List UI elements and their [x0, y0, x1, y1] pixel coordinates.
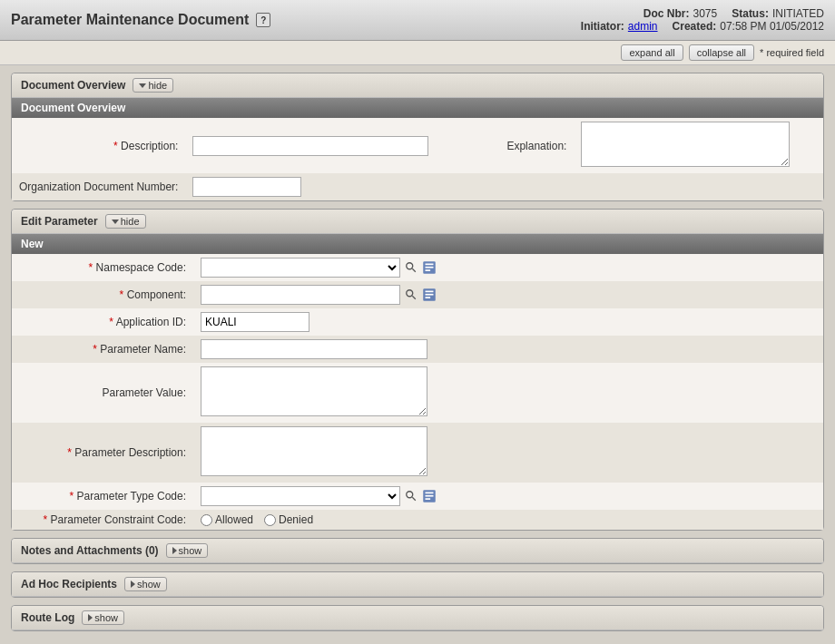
parameter-type-code-cell	[193, 483, 823, 510]
description-cell	[185, 118, 465, 173]
adhoc-header: Ad Hoc Recipients show	[12, 572, 823, 597]
adhoc-title: Ad Hoc Recipients	[21, 578, 117, 590]
hide-label: hide	[148, 80, 167, 91]
route-log-header: Route Log show	[12, 606, 823, 630]
initiator-link[interactable]: admin	[628, 20, 658, 33]
svg-point-0	[407, 263, 413, 269]
namespace-row: Namespace Code:	[12, 254, 823, 281]
edit-parameter-inner-title: New	[12, 234, 823, 254]
parameter-description-cell	[193, 423, 823, 483]
component-input[interactable]	[201, 285, 400, 305]
triangle-down-icon-2	[112, 220, 119, 224]
document-overview-header: Document Overview hide	[12, 73, 823, 98]
denied-label: Denied	[279, 513, 313, 526]
org-doc-cell	[185, 173, 465, 200]
component-cell	[193, 281, 823, 308]
explanation-cell	[574, 118, 823, 173]
triangle-right-icon-3	[88, 614, 93, 621]
component-book-icon[interactable]	[421, 287, 437, 303]
document-overview-body: Document Overview Description: Explanati…	[12, 98, 823, 200]
adhoc-show-label: show	[137, 579, 161, 590]
description-input[interactable]	[192, 136, 428, 156]
application-id-label: Application ID:	[12, 308, 193, 336]
description-row: Description: Explanation:	[12, 118, 823, 173]
svg-rect-11	[426, 297, 431, 298]
svg-rect-3	[426, 264, 434, 266]
parameter-value-cell	[193, 363, 823, 423]
svg-rect-17	[426, 498, 431, 500]
header-row-2: Initiator: admin Created: 07:58 PM 01/05…	[581, 20, 824, 33]
svg-rect-5	[426, 269, 431, 271]
doc-nbr-label: Doc Nbr:	[643, 7, 690, 20]
notes-show-label: show	[179, 545, 202, 556]
parameter-type-lookup-icon[interactable]	[403, 488, 419, 504]
parameter-type-code-select[interactable]	[201, 486, 400, 506]
status-field: Status: INITIATED	[732, 7, 824, 20]
document-overview-inner-title: Document Overview	[12, 98, 823, 118]
application-id-row: Application ID: KUALI	[12, 308, 823, 336]
notes-show-button[interactable]: show	[166, 543, 209, 558]
document-overview-hide-button[interactable]: hide	[133, 78, 173, 93]
header-row-1: Doc Nbr: 3075 Status: INITIATED	[643, 7, 824, 20]
parameter-name-label: Parameter Name:	[12, 336, 193, 363]
adhoc-show-button[interactable]: show	[124, 577, 167, 591]
page-title: Parameter Maintenance Document	[11, 12, 249, 28]
parameter-description-textarea[interactable]	[201, 426, 427, 476]
main-content: Document Overview hide Document Overview…	[0, 65, 835, 644]
namespace-lookup-icon[interactable]	[403, 259, 419, 276]
svg-line-13	[412, 497, 416, 501]
status-value: INITIATED	[772, 7, 824, 20]
collapse-all-button[interactable]: collapse all	[689, 44, 754, 61]
svg-line-7	[412, 296, 416, 299]
svg-point-12	[407, 492, 413, 498]
org-doc-label: Organization Document Number:	[12, 173, 185, 200]
status-label: Status:	[732, 7, 769, 20]
parameter-type-book-icon[interactable]	[421, 488, 437, 504]
denied-radio-label[interactable]: Denied	[264, 513, 313, 526]
parameter-type-code-row: Parameter Type Code:	[12, 483, 823, 510]
toolbar: expand all collapse all * required field	[0, 41, 835, 65]
doc-nbr-field: Doc Nbr: 3075	[643, 7, 717, 20]
parameter-value-textarea[interactable]	[201, 366, 427, 416]
edit-parameter-body: New Namespace Code:	[12, 234, 823, 530]
application-id-input[interactable]: KUALI	[201, 312, 309, 332]
notes-panel: Notes and Attachments (0) show	[11, 538, 824, 564]
created-field: Created: 07:58 PM 01/05/2012	[673, 20, 824, 33]
svg-rect-16	[426, 495, 434, 497]
explanation-textarea[interactable]	[581, 122, 790, 167]
org-doc-number-input[interactable]	[192, 177, 301, 197]
document-overview-title: Document Overview	[21, 79, 125, 92]
namespace-cell	[193, 254, 823, 281]
namespace-label: Namespace Code:	[12, 254, 193, 281]
component-lookup-icon[interactable]	[403, 287, 419, 303]
notes-title: Notes and Attachments (0)	[21, 544, 159, 557]
parameter-description-label: Parameter Description:	[12, 423, 193, 483]
allowed-radio[interactable]	[201, 514, 212, 526]
document-overview-panel: Document Overview hide Document Overview…	[11, 73, 824, 201]
triangle-right-icon	[172, 547, 177, 554]
parameter-name-input[interactable]	[201, 339, 427, 359]
document-overview-form: Description: Explanation: Organization D…	[12, 118, 823, 200]
svg-point-6	[407, 290, 413, 297]
svg-rect-10	[426, 294, 434, 296]
help-icon[interactable]: ?	[256, 13, 270, 27]
parameter-constraint-code-row: Parameter Constraint Code: Allowed Denie…	[12, 510, 823, 530]
header-left: Parameter Maintenance Document ?	[11, 12, 270, 28]
parameter-value-row: Parameter Value:	[12, 363, 823, 423]
component-row: Component:	[12, 281, 823, 308]
parameter-name-row: Parameter Name:	[12, 336, 823, 363]
parameter-constraint-code-label: Parameter Constraint Code:	[12, 510, 193, 530]
namespace-code-select[interactable]	[201, 258, 400, 278]
namespace-book-icon[interactable]	[421, 259, 437, 276]
org-doc-row: Organization Document Number:	[12, 173, 823, 200]
edit-parameter-hide-label: hide	[121, 216, 140, 227]
svg-rect-15	[426, 493, 434, 494]
expand-all-button[interactable]: expand all	[621, 44, 683, 61]
denied-radio[interactable]	[264, 514, 276, 526]
edit-parameter-hide-button[interactable]: hide	[105, 214, 146, 229]
allowed-radio-label[interactable]: Allowed	[201, 513, 253, 526]
route-log-panel: Route Log show	[11, 605, 824, 631]
allowed-label: Allowed	[215, 513, 253, 526]
initiator-label: Initiator:	[581, 20, 624, 33]
route-log-show-button[interactable]: show	[82, 610, 124, 625]
